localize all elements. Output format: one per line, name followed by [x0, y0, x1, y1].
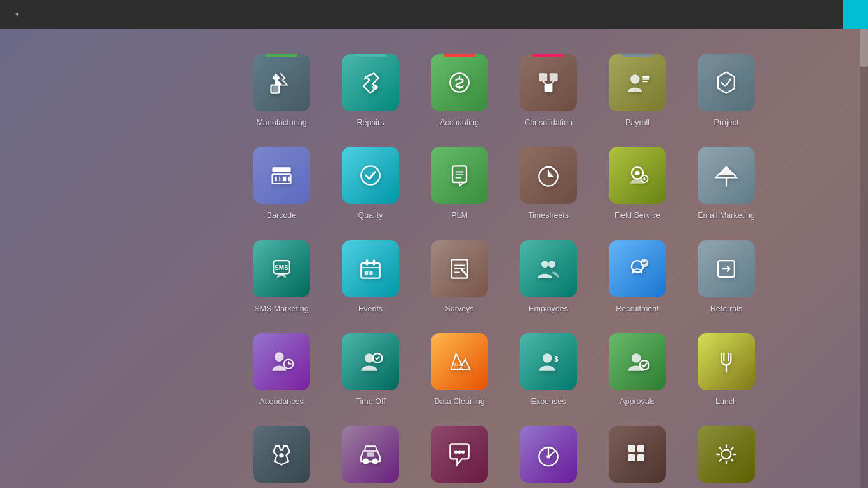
app-label-recruitment: Recruitment — [616, 304, 658, 314]
svg-point-14 — [361, 166, 379, 185]
svg-point-45 — [279, 453, 283, 458]
color-bar-manufacturing — [266, 54, 297, 57]
app-icon-consolidation — [520, 54, 577, 111]
app-label-approvals: Approvals — [620, 396, 655, 407]
app-cell-settings[interactable]: Settings — [682, 419, 771, 488]
svg-point-53 — [546, 455, 550, 459]
app-icon-email-marketing — [698, 147, 755, 204]
app-cell-events[interactable]: Events — [326, 234, 415, 327]
app-label-accounting: Accounting — [440, 118, 479, 128]
color-bar-accounting — [444, 54, 475, 57]
app-cell-apps[interactable]: Apps — [593, 419, 682, 488]
svg-text:11001: 11001 — [454, 366, 466, 371]
app-icon-maintenance — [253, 426, 310, 483]
app-icon-manufacturing — [253, 54, 310, 111]
svg-rect-5 — [550, 73, 558, 81]
close-button[interactable] — [843, 0, 868, 29]
content-area: ManufacturingRepairsAccountingConsolidat… — [0, 29, 868, 488]
app-cell-expenses[interactable]: $Expenses — [504, 327, 593, 419]
svg-rect-10 — [275, 177, 277, 181]
svg-rect-28 — [369, 271, 373, 274]
app-cell-recruitment[interactable]: Recruitment — [593, 234, 682, 327]
app-icon-time-off — [342, 333, 399, 390]
app-cell-plm[interactable]: PLM — [415, 140, 504, 233]
app-label-barcode: Barcode — [267, 210, 297, 220]
app-cell-surveys[interactable]: Surveys — [415, 234, 504, 327]
svg-point-43 — [632, 353, 641, 363]
app-icon-settings — [698, 426, 755, 483]
app-icon-employees — [520, 240, 577, 297]
app-label-payroll: Payroll — [625, 118, 649, 128]
svg-point-49 — [454, 451, 458, 454]
app-cell-manufacturing[interactable]: Manufacturing — [237, 48, 326, 140]
svg-point-7 — [630, 74, 640, 84]
scrollbar-thumb[interactable] — [860, 29, 868, 67]
app-cell-sms-marketing[interactable]: SMSSMS Marketing — [237, 234, 326, 327]
svg-point-58 — [722, 450, 731, 459]
color-bar-consolidation — [532, 54, 564, 57]
app-icon-dashboards — [520, 426, 577, 483]
app-icon-plm — [431, 147, 488, 204]
app-icon-barcode — [253, 147, 310, 204]
app-cell-time-off[interactable]: Time Off — [326, 327, 415, 419]
app-cell-timesheets[interactable]: Timesheets — [504, 140, 593, 233]
svg-point-51 — [461, 451, 465, 454]
svg-rect-12 — [283, 177, 287, 181]
app-icon-recruitment — [609, 240, 666, 297]
app-icon-apps — [609, 426, 666, 483]
app-label-sms-marketing: SMS Marketing — [254, 304, 308, 314]
app-cell-email-marketing[interactable]: Email Marketing — [682, 140, 771, 233]
app-cell-lunch[interactable]: Lunch — [682, 327, 771, 419]
app-cell-consolidation[interactable]: Consolidation — [504, 48, 593, 140]
app-icon-project — [698, 54, 755, 111]
app-cell-maintenance[interactable]: Maintenance — [237, 419, 326, 488]
svg-rect-57 — [637, 454, 644, 461]
app-cell-attendances[interactable]: Attendances — [237, 327, 326, 419]
topbar: ▼ — [0, 0, 868, 29]
app-label-quality: Quality — [358, 210, 383, 220]
app-cell-field-service[interactable]: Field Service — [593, 140, 682, 233]
app-cell-dashboards[interactable]: Dashboards — [504, 419, 593, 488]
app-cell-quality[interactable]: Quality — [326, 140, 415, 233]
app-label-timesheets: Timesheets — [528, 210, 569, 220]
app-label-time-off: Time Off — [355, 396, 385, 407]
color-bar-payroll — [621, 54, 653, 57]
customizations-menu[interactable]: ▼ — [10, 11, 20, 18]
apps-grid: ManufacturingRepairsAccountingConsolidat… — [38, 48, 830, 488]
app-label-field-service: Field Service — [614, 210, 660, 220]
app-cell-employees[interactable]: Employees — [504, 234, 593, 327]
svg-rect-56 — [628, 454, 635, 461]
app-cell-repairs[interactable]: Repairs — [326, 48, 415, 140]
app-icon-live-chat — [431, 426, 488, 483]
app-icon-lunch — [698, 333, 755, 390]
app-cell-project[interactable]: Project — [682, 48, 771, 140]
svg-rect-8 — [272, 167, 290, 172]
app-cell-fleet[interactable]: Fleet — [326, 419, 415, 488]
app-label-manufacturing: Manufacturing — [256, 118, 306, 128]
app-cell-live-chat[interactable]: Live Chat — [415, 419, 504, 488]
svg-rect-24 — [361, 262, 379, 278]
app-cell-referrals[interactable]: Referrals — [682, 234, 771, 327]
app-cell-barcode[interactable]: Barcode — [237, 140, 326, 233]
scrollbar-track[interactable] — [860, 29, 868, 488]
app-cell-payroll[interactable]: Payroll — [593, 48, 682, 140]
svg-rect-13 — [288, 177, 290, 181]
app-icon-payroll — [609, 54, 666, 111]
svg-point-19 — [635, 171, 639, 175]
app-label-project: Project — [714, 118, 739, 128]
app-label-plm: PLM — [451, 210, 468, 220]
app-icon-data-cleaning: 0101111001 — [431, 333, 488, 390]
app-label-expenses: Expenses — [531, 396, 566, 407]
app-cell-approvals[interactable]: Approvals — [593, 327, 682, 419]
svg-point-47 — [372, 458, 378, 464]
svg-point-46 — [363, 458, 369, 464]
app-cell-accounting[interactable]: Accounting — [415, 48, 504, 140]
svg-rect-26 — [373, 259, 376, 265]
svg-rect-17 — [545, 166, 552, 169]
notes-button[interactable] — [822, 0, 843, 29]
app-icon-surveys — [431, 240, 488, 297]
app-icon-quality — [342, 147, 399, 204]
app-cell-data-cleaning[interactable]: 0101111001Data Cleaning — [415, 327, 504, 419]
app-label-employees: Employees — [529, 304, 568, 314]
app-label-consolidation: Consolidation — [524, 118, 573, 128]
